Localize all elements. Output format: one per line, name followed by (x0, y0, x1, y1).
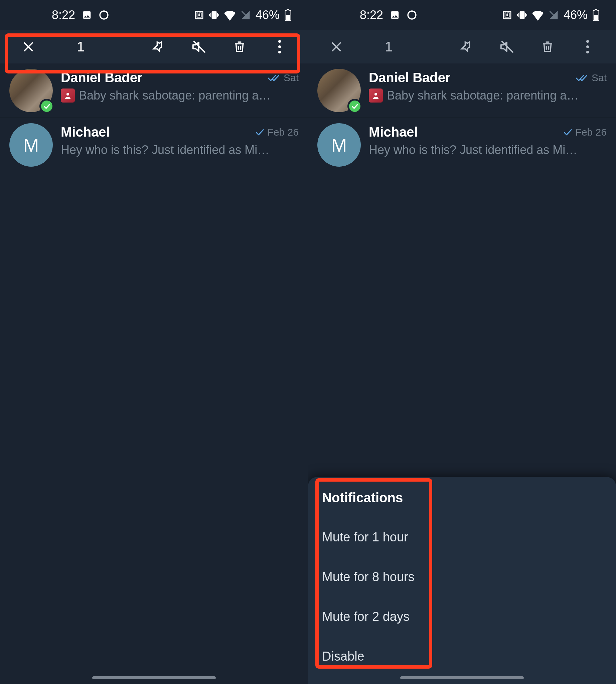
battery-icon (285, 9, 291, 21)
chat-time: Sat (592, 72, 607, 84)
sheet-item-disable[interactable]: Disable (321, 637, 603, 676)
more-button[interactable] (569, 34, 606, 60)
chat-row[interactable]: Daniel Bader Sat Baby shark sabotage: pa… (308, 63, 616, 118)
chat-name: Michael (61, 125, 110, 139)
svg-point-16 (586, 40, 589, 43)
battery-pct: 46% (564, 8, 588, 22)
notifications-sheet: Notifications Mute for 1 hour Mute for 8… (308, 477, 616, 684)
pin-button[interactable] (449, 34, 486, 60)
status-time: 8:22 (360, 8, 383, 22)
svg-point-9 (66, 93, 69, 95)
chat-time: Feb 26 (268, 127, 299, 138)
close-button[interactable] (10, 34, 47, 60)
chat-preview: Baby shark sabotage: parenting a… (79, 89, 270, 103)
mute-button[interactable] (181, 34, 218, 60)
signal-off-icon (549, 10, 558, 20)
more-button[interactable] (261, 34, 298, 60)
chat-row[interactable]: Daniel Bader Sat Baby shark sabotage: pa… (0, 63, 308, 118)
more-vert-icon (586, 40, 589, 53)
chat-row[interactable]: M Michael Feb 26 Hey who is this? Just i… (308, 118, 616, 172)
image-icon (82, 10, 92, 20)
svg-point-8 (278, 51, 281, 53)
nav-handle[interactable] (92, 676, 216, 679)
delete-button[interactable] (221, 34, 258, 60)
svg-point-18 (586, 51, 589, 53)
nav-handle[interactable] (400, 676, 524, 679)
svg-rect-12 (594, 15, 598, 20)
signal-off-icon (241, 10, 250, 20)
close-icon (330, 40, 343, 53)
pin-button[interactable] (141, 34, 178, 60)
status-time: 8:22 (52, 8, 75, 22)
trash-icon (233, 40, 246, 54)
chat-time: Sat (284, 72, 299, 84)
selection-count: 1 (385, 39, 446, 55)
more-vert-icon (278, 40, 281, 53)
pin-icon (152, 39, 167, 54)
sheet-item-mute-1h[interactable]: Mute for 1 hour (321, 517, 603, 557)
chat-row[interactable]: M Michael Feb 26 Hey who is this? Just i… (0, 118, 308, 172)
svg-point-0 (100, 11, 108, 19)
double-check-icon (576, 74, 588, 82)
status-bar: 8:22 46% (0, 0, 308, 30)
svg-point-6 (278, 40, 281, 43)
vibrate-icon (209, 10, 219, 20)
double-check-icon (268, 74, 280, 82)
chat-name: Michael (369, 125, 418, 139)
selection-action-bar: 1 (0, 30, 308, 63)
selected-check-icon (39, 99, 54, 114)
selection-count: 1 (77, 39, 138, 55)
nfc-icon (502, 10, 512, 20)
vibrate-icon (517, 10, 527, 20)
sheet-title: Notifications (321, 487, 603, 517)
trash-icon (541, 40, 554, 54)
check-icon (256, 129, 264, 136)
nfc-icon (194, 10, 204, 20)
close-icon (22, 40, 35, 53)
svg-point-19 (374, 93, 377, 95)
svg-point-7 (278, 45, 281, 48)
mute-button[interactable] (489, 34, 526, 60)
avatar: M (9, 123, 53, 167)
mute-icon (500, 39, 515, 54)
pin-icon (460, 39, 475, 54)
image-icon (390, 10, 400, 20)
chat-preview: Hey who is this? Just identified as Mi… (369, 143, 577, 157)
chat-name: Daniel Bader (61, 70, 142, 85)
chat-name: Daniel Bader (369, 70, 450, 85)
mute-icon (192, 39, 207, 54)
check-icon (564, 129, 572, 136)
circle-outline-icon (406, 10, 417, 20)
close-button[interactable] (318, 34, 355, 60)
avatar: M (317, 123, 361, 167)
wifi-icon (532, 9, 544, 21)
chat-preview: Hey who is this? Just identified as Mi… (61, 143, 269, 157)
sheet-item-mute-2d[interactable]: Mute for 2 days (321, 597, 603, 637)
status-bar: 8:22 46% (308, 0, 616, 30)
preview-thumb-icon (61, 89, 75, 103)
chat-time: Feb 26 (576, 127, 607, 138)
chat-preview: Baby shark sabotage: parenting a… (387, 89, 578, 103)
avatar (317, 69, 361, 112)
battery-pct: 46% (256, 8, 280, 22)
circle-outline-icon (98, 10, 109, 20)
svg-point-17 (586, 45, 589, 48)
avatar (9, 69, 53, 112)
screen-right: 8:22 46% 1 (308, 0, 616, 684)
svg-rect-2 (286, 15, 290, 20)
preview-thumb-icon (369, 89, 383, 103)
battery-icon (593, 9, 599, 21)
wifi-icon (224, 9, 236, 21)
screen-left: 8:22 46% 1 (0, 0, 308, 684)
selected-check-icon (347, 99, 362, 114)
selection-action-bar: 1 (308, 30, 616, 63)
sheet-item-mute-8h[interactable]: Mute for 8 hours (321, 557, 603, 597)
delete-button[interactable] (529, 34, 566, 60)
svg-point-10 (408, 11, 416, 19)
